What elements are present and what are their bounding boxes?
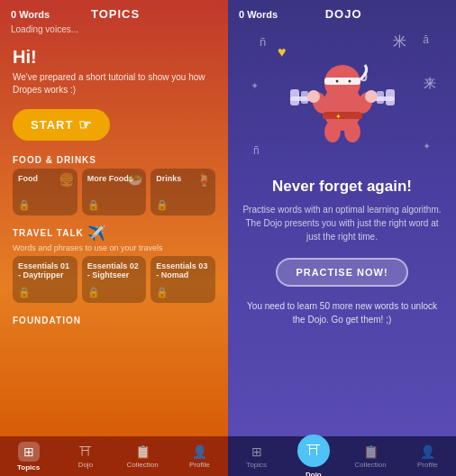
heart-symbol: ♥ — [278, 44, 287, 60]
card-food-title: Food — [18, 174, 38, 183]
never-forget-section: Never forget again! Practise words with … — [228, 170, 456, 249]
food-drinks-label: FOOD & DRINKS — [0, 148, 228, 169]
right-bottom-nav: ⊞ Topics ⛩ Dojo 📋 Collection 👤 Profile — [228, 436, 456, 476]
card-drinks[interactable]: Drinks 🍹 🔒 — [150, 169, 215, 215]
essentials-01-title: Essentials 01 - Daytripper — [18, 261, 72, 279]
more-foods-lock-icon: 🔒 — [87, 199, 100, 211]
travel-talk-header: TRAVEL TALK ✈️ — [0, 221, 228, 243]
card-essentials-03[interactable]: Essentials 03 - Nomad 🔒 — [150, 256, 215, 303]
left-words-count: 0 Words — [11, 9, 50, 20]
card-more-foods[interactable]: More Foods 🥗 🔒 — [82, 169, 147, 215]
right-tab-title: DOJO — [325, 7, 362, 21]
loading-text: Loading voices... — [0, 24, 228, 38]
travel-subtitle: Words and phrases to use on your travels — [0, 243, 228, 256]
hi-title: Hi! — [13, 47, 215, 68]
right-nav-dojo[interactable]: ⛩ Dojo — [285, 435, 342, 477]
left-nav-profile[interactable]: 👤 Profile — [171, 444, 228, 469]
left-bottom-nav: ⊞ Topics ⛩ Dojo 📋 Collection 👤 Profile — [0, 436, 228, 476]
practise-now-button[interactable]: PRACTISE NOW! — [276, 258, 407, 287]
right-collection-icon: 📋 — [363, 444, 378, 459]
start-button[interactable]: START ☞ — [13, 109, 110, 141]
essentials-01-lock: 🔒 — [18, 287, 31, 298]
right-topics-icon: ⊞ — [251, 444, 262, 459]
right-topics-label: Topics — [246, 461, 267, 469]
deco-sym-3: ā — [423, 33, 429, 46]
right-header: 0 Words DOJO — [228, 0, 456, 26]
never-forget-title: Never forget again! — [242, 178, 442, 196]
ninja-illustration: ✦ — [288, 40, 397, 157]
svg-rect-7 — [323, 112, 362, 119]
travel-icon: ✈️ — [87, 224, 105, 242]
deco-sym-5: ñ — [253, 144, 260, 157]
svg-point-13 — [365, 90, 378, 103]
right-dojo-label: Dojo — [306, 471, 322, 477]
practise-label: PRACTISE NOW! — [296, 267, 388, 278]
svg-rect-1 — [290, 89, 299, 105]
essentials-03-title: Essentials 03 - Nomad — [156, 261, 210, 279]
never-forget-text: Practise words with an optimal learning … — [242, 203, 442, 243]
svg-point-8 — [324, 121, 341, 142]
svg-point-18 — [335, 80, 338, 83]
dojo-nav-label: Dojo — [78, 461, 93, 469]
left-header: 0 Words TOPICS — [0, 0, 228, 24]
essentials-02-title: Essentials 02 - Sightseer — [87, 261, 141, 279]
deco-sym-1: ñ — [260, 35, 266, 49]
deco-sym-7: ✦ — [423, 141, 431, 152]
hi-text: We've prepared a short tutorial to show … — [13, 71, 215, 96]
card-food[interactable]: Food 🍔 🔒 — [13, 169, 78, 215]
card-more-foods-title: More Foods — [87, 174, 133, 183]
svg-point-9 — [344, 121, 360, 142]
profile-nav-icon: 👤 — [192, 444, 207, 459]
hi-section: Hi! We've prepared a short tutorial to s… — [0, 38, 228, 102]
card-drinks-title: Drinks — [156, 174, 181, 183]
svg-rect-5 — [377, 91, 384, 104]
topics-nav-label: Topics — [17, 463, 40, 471]
right-collection-label: Collection — [355, 461, 387, 469]
drinks-emoji: 🍹 — [196, 172, 212, 187]
left-nav-dojo[interactable]: ⛩ Dojo — [57, 444, 114, 469]
svg-point-12 — [307, 90, 320, 103]
svg-rect-4 — [386, 89, 395, 105]
travel-talk-label: TRAVEL TALK — [13, 228, 84, 238]
svg-rect-2 — [301, 91, 308, 104]
right-dojo-icon: ⛩ — [306, 443, 321, 459]
svg-rect-15 — [324, 78, 360, 85]
card-essentials-02[interactable]: Essentials 02 - Sightseer 🔒 — [82, 256, 147, 303]
topics-nav-icon: ⊞ — [23, 444, 34, 459]
deco-sym-6: ✦ — [251, 80, 259, 92]
unlock-text: You need to learn 50 more new words to u… — [228, 296, 456, 330]
right-nav-profile[interactable]: 👤 Profile — [399, 444, 456, 469]
food-drinks-cards: Food 🍔 🔒 More Foods 🥗 🔒 Drinks 🍹 🔒 — [0, 169, 228, 221]
right-nav-collection[interactable]: 📋 Collection — [342, 444, 399, 469]
essentials-02-lock: 🔒 — [87, 287, 100, 298]
travel-cards: Essentials 01 - Daytripper 🔒 Essentials … — [0, 256, 228, 308]
deco-sym-2: 米 — [393, 33, 406, 50]
left-nav-collection[interactable]: 📋 Collection — [114, 444, 171, 469]
left-nav-topics[interactable]: ⊞ Topics — [0, 442, 57, 471]
food-lock-icon: 🔒 — [18, 199, 31, 211]
deco-sym-4: 来 — [424, 76, 436, 92]
right-panel: 0 Words DOJO ñ ♥ 米 ā 来 ñ ✦ ✦ — [228, 0, 456, 476]
foundation-label: FOUNDATION — [0, 308, 228, 329]
collection-nav-icon: 📋 — [135, 444, 150, 459]
dojo-nav-icon: ⛩ — [79, 444, 92, 459]
right-nav-topics[interactable]: ⊞ Topics — [228, 444, 285, 469]
left-tab-title: TOPICS — [91, 7, 140, 21]
cursor-icon: ☞ — [78, 116, 92, 133]
start-label: START — [31, 118, 73, 132]
ninja-area: ñ ♥ 米 ā 来 ñ ✦ ✦ — [228, 26, 456, 170]
collection-nav-label: Collection — [127, 461, 159, 469]
more-foods-emoji: 🥗 — [127, 172, 142, 187]
svg-point-19 — [348, 80, 351, 83]
essentials-03-lock: 🔒 — [156, 287, 169, 298]
profile-nav-label: Profile — [189, 461, 210, 469]
left-panel: 0 Words TOPICS Loading voices... Hi! We'… — [0, 0, 228, 476]
food-emoji: 🍔 — [59, 172, 74, 187]
right-profile-icon: 👤 — [420, 444, 435, 459]
svg-text:✦: ✦ — [334, 113, 341, 121]
card-essentials-01[interactable]: Essentials 01 - Daytripper 🔒 — [13, 256, 78, 303]
right-profile-label: Profile — [417, 461, 438, 469]
drinks-lock-icon: 🔒 — [156, 199, 169, 211]
right-words-count: 0 Words — [239, 9, 278, 20]
